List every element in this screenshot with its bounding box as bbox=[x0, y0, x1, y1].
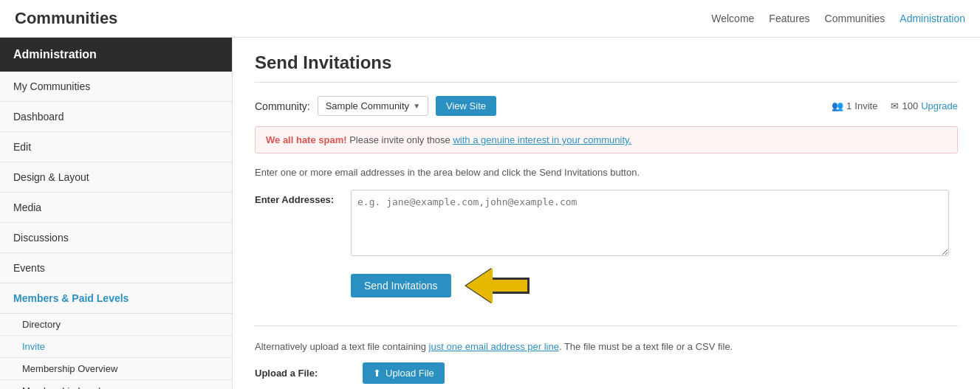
spam-warning-link[interactable]: with a genuine interest in your communit… bbox=[453, 134, 631, 145]
invite-count-badge: 👥 1 Invite bbox=[832, 100, 877, 111]
email-addresses-input[interactable] bbox=[351, 190, 949, 256]
sidebar-sub-item-invite[interactable]: Invite bbox=[0, 336, 232, 358]
sidebar-sub-item-membership-levels[interactable]: Membership Levels bbox=[0, 380, 232, 389]
divider bbox=[255, 326, 958, 326]
sidebar-header: Administration bbox=[0, 38, 232, 72]
main-layout: Administration My Communities Dashboard … bbox=[0, 38, 980, 389]
nav-features[interactable]: Features bbox=[769, 13, 809, 24]
community-dropdown[interactable]: Sample Community ▼ bbox=[318, 96, 428, 116]
invite-count-number: 1 bbox=[846, 100, 851, 111]
sidebar-item-my-communities[interactable]: My Communities bbox=[0, 72, 232, 102]
spam-warning-bold: We all hate spam! bbox=[266, 134, 347, 145]
sidebar-item-dashboard[interactable]: Dashboard bbox=[0, 102, 232, 132]
chevron-down-icon: ▼ bbox=[413, 102, 420, 110]
community-left: Community: Sample Community ▼ View Site bbox=[255, 96, 496, 116]
sidebar-sub-item-membership-overview[interactable]: Membership Overview bbox=[0, 358, 232, 380]
sidebar-item-edit[interactable]: Edit bbox=[0, 132, 232, 162]
email-icon: ✉ bbox=[891, 100, 899, 111]
view-site-button[interactable]: View Site bbox=[436, 96, 496, 116]
sidebar-item-design-layout[interactable]: Design & Layout bbox=[0, 162, 232, 193]
upload-file-button[interactable]: ⬆ Upload File bbox=[363, 362, 445, 384]
sidebar-item-events[interactable]: Events bbox=[0, 253, 232, 283]
upload-icon: ⬆ bbox=[373, 368, 381, 379]
send-button-row: Send Invitations bbox=[351, 268, 958, 303]
arrow-tail bbox=[493, 278, 530, 294]
enter-addresses-label: Enter Addresses: bbox=[255, 190, 351, 205]
arrow-indicator bbox=[466, 268, 530, 303]
top-nav-links: Welcome Features Communities Administrat… bbox=[711, 13, 965, 24]
community-row: Community: Sample Community ▼ View Site … bbox=[255, 96, 958, 116]
alt-text-link[interactable]: just one email address per line bbox=[429, 341, 559, 352]
sidebar-item-media[interactable]: Media bbox=[0, 193, 232, 223]
sidebar-item-members-paid-levels[interactable]: Members & Paid Levels bbox=[0, 283, 232, 314]
invite-count-label: Invite bbox=[854, 100, 877, 111]
enter-addresses-row: Enter Addresses: bbox=[255, 190, 958, 256]
upgrade-count-number: 100 bbox=[902, 100, 918, 111]
alt-text-1: Alternatively upload a text file contain… bbox=[255, 341, 429, 352]
nav-communities[interactable]: Communities bbox=[825, 13, 885, 24]
page-title: Send Invitations bbox=[255, 52, 958, 83]
upgrade-link[interactable]: Upgrade bbox=[921, 100, 958, 111]
instruction-text: Enter one or more email addresses in the… bbox=[255, 167, 958, 178]
nav-administration[interactable]: Administration bbox=[900, 13, 965, 24]
community-dropdown-text: Sample Community bbox=[326, 100, 409, 111]
sidebar-sub-item-directory[interactable]: Directory bbox=[0, 314, 232, 336]
top-navigation: Communities Welcome Features Communities… bbox=[0, 0, 980, 38]
people-icon: 👥 bbox=[832, 100, 843, 111]
alt-upload-text: Alternatively upload a text file contain… bbox=[255, 341, 958, 352]
upload-btn-label: Upload File bbox=[386, 368, 434, 379]
community-right: 👥 1 Invite ✉ 100 Upgrade bbox=[832, 100, 958, 111]
upload-row: Upload a File: ⬆ Upload File bbox=[255, 362, 958, 384]
send-invitations-button[interactable]: Send Invitations bbox=[351, 274, 451, 297]
brand-logo: Communities bbox=[15, 9, 117, 28]
main-content: Send Invitations Community: Sample Commu… bbox=[233, 38, 980, 389]
alt-text-2: . The file must be a text file or a CSV … bbox=[559, 341, 733, 352]
spam-warning: We all hate spam! Please invite only tho… bbox=[255, 126, 958, 154]
upgrade-count-badge: ✉ 100 Upgrade bbox=[891, 100, 958, 111]
nav-welcome[interactable]: Welcome bbox=[711, 13, 754, 24]
arrow-head bbox=[466, 268, 493, 303]
sidebar: Administration My Communities Dashboard … bbox=[0, 38, 233, 389]
sidebar-item-discussions[interactable]: Discussions bbox=[0, 223, 232, 253]
spam-warning-text: Please invite only those bbox=[349, 134, 453, 145]
community-label: Community: bbox=[255, 100, 310, 112]
upload-label: Upload a File: bbox=[255, 368, 351, 379]
